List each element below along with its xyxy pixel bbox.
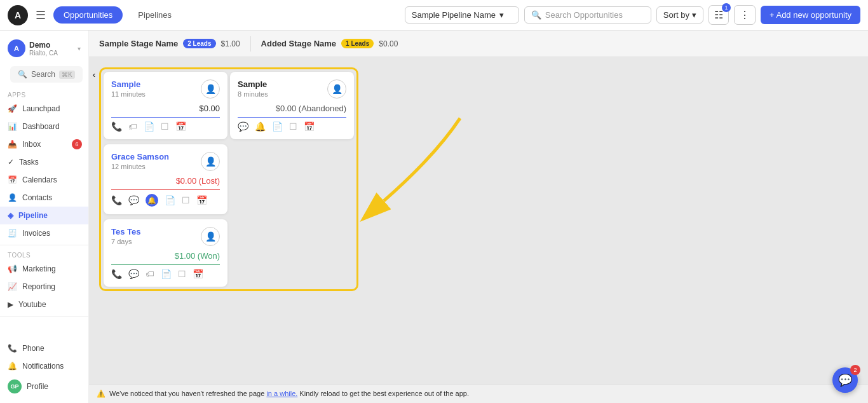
- sidebar-item-label: Tasks: [19, 158, 39, 167]
- content-area: Sample Stage Name 2 Leads $1.00 Added St…: [89, 31, 868, 403]
- card-divider: [111, 189, 220, 190]
- card-divider: [111, 117, 220, 118]
- card-time: 7 days: [111, 238, 140, 245]
- sidebar: A Demo Rialto, CA ▾ 🔍 Search ⌘K ‹ Apps 🚀…: [0, 31, 89, 403]
- chat-action-icon[interactable]: 💬: [128, 269, 139, 279]
- sidebar-divider: [0, 245, 88, 245]
- tab-pipelines[interactable]: Pipelines: [128, 6, 182, 24]
- launchpad-icon: 🚀: [8, 104, 17, 113]
- chevron-down-icon: ▾: [499, 10, 504, 20]
- sort-button[interactable]: Sort by ▾: [656, 6, 703, 24]
- sidebar-item-profile[interactable]: GP Profile: [0, 375, 88, 398]
- sidebar-company[interactable]: A Demo Rialto, CA ▾: [0, 36, 88, 61]
- sidebar-item-label: Contacts: [22, 193, 52, 202]
- sidebar-item-label: Dashboard: [22, 122, 60, 131]
- card-amount: $1.00 (Won): [111, 251, 220, 261]
- chat-widget-button[interactable]: 💬 2: [832, 367, 858, 393]
- file-action-icon[interactable]: 📄: [272, 121, 283, 132]
- sidebar-item-tasks[interactable]: ✓ Tasks: [0, 153, 88, 171]
- sidebar-item-calendars[interactable]: 📅 Calendars: [0, 171, 88, 189]
- calendar-action-icon[interactable]: 📅: [304, 121, 315, 132]
- search-icon: 🔍: [18, 70, 27, 79]
- calendar-action-icon[interactable]: 📅: [196, 195, 207, 205]
- card-user-icon[interactable]: 👤: [201, 227, 220, 246]
- phone-action-icon[interactable]: 📞: [111, 269, 122, 279]
- card-time: 11 minutes: [111, 90, 146, 98]
- invoices-icon: 🧾: [8, 229, 17, 238]
- marketing-icon: 📢: [8, 264, 17, 273]
- card-header: Grace Samson 12 minutes 👤: [111, 152, 220, 171]
- kanban-area: Sample 11 minutes 👤 $0.00 📞 🏷 📄 ☐: [89, 57, 868, 403]
- sidebar-item-inbox[interactable]: 📥 Inbox 6: [0, 135, 88, 153]
- card-name[interactable]: Grace Samson: [111, 152, 169, 161]
- sidebar-item-youtube[interactable]: ▶ Youtube: [0, 296, 88, 313]
- sidebar-item-phone[interactable]: 📞 Phone: [0, 339, 88, 357]
- calendar-action-icon[interactable]: 📅: [193, 269, 203, 279]
- search-icon: 🔍: [531, 10, 541, 20]
- profile-avatar: GP: [8, 379, 22, 393]
- hamburger-button[interactable]: ☰: [33, 6, 48, 25]
- file-action-icon[interactable]: 📄: [165, 195, 175, 205]
- stage-2-badge: 1 Leads: [341, 39, 374, 48]
- sidebar-item-reporting[interactable]: 📈 Reporting: [0, 278, 88, 296]
- file-action-icon[interactable]: 📄: [161, 269, 172, 279]
- check-action-icon[interactable]: ☐: [178, 269, 186, 279]
- card-amount: $0.00: [111, 104, 220, 113]
- user-avatar[interactable]: A: [8, 5, 28, 25]
- calendar-action-icon[interactable]: 📅: [175, 121, 186, 132]
- card-name[interactable]: Sample: [111, 79, 146, 89]
- chat-action-icon[interactable]: 💬: [238, 121, 248, 132]
- card-time: 12 minutes: [111, 163, 169, 170]
- company-location: Rialto, CA: [29, 50, 58, 57]
- card-actions: 📞 💬 🏷 📄 ☐ 📅: [111, 269, 220, 279]
- search-label: Search: [31, 70, 55, 79]
- sidebar-item-notifications[interactable]: 🔔 Notifications: [0, 357, 88, 375]
- sidebar-item-label: Phone: [22, 344, 44, 353]
- sidebar-item-label: Launchpad: [22, 104, 60, 113]
- notifications-icon: 🔔: [8, 362, 17, 371]
- notification-action-icon[interactable]: 🔔: [146, 194, 158, 207]
- more-options-button[interactable]: ⋮: [734, 5, 756, 25]
- notification-link[interactable]: in a while.: [266, 390, 297, 397]
- check-action-icon[interactable]: ☐: [289, 121, 297, 132]
- chat-action-icon[interactable]: 💬: [128, 195, 139, 205]
- sidebar-search[interactable]: 🔍 Search ⌘K: [10, 66, 83, 83]
- filter-badge: 1: [722, 3, 731, 12]
- sidebar-item-label: Pipeline: [18, 211, 48, 220]
- sidebar-item-dashboard[interactable]: 📊 Dashboard: [0, 118, 88, 135]
- pipeline-selector[interactable]: Sample Pipeline Name ▾: [405, 6, 519, 24]
- check-action-icon[interactable]: ☐: [182, 195, 190, 205]
- sidebar-item-launchpad[interactable]: 🚀 Launchpad: [0, 100, 88, 118]
- phone-action-icon[interactable]: 📞: [111, 195, 122, 205]
- calendars-icon: 📅: [8, 175, 17, 184]
- contacts-icon: 👤: [8, 193, 17, 202]
- file-action-icon[interactable]: 📄: [144, 121, 154, 132]
- add-opportunity-button[interactable]: + Add new opportunity: [761, 6, 860, 24]
- card-user-icon[interactable]: 👤: [201, 79, 220, 99]
- stage-1-badge: 2 Leads: [183, 39, 215, 48]
- check-action-icon[interactable]: ☐: [161, 121, 169, 132]
- tag-action-icon[interactable]: 🏷: [146, 269, 154, 279]
- sidebar-item-label: Calendars: [22, 175, 57, 184]
- highlight-box: Sample 11 minutes 👤 $0.00 📞 🏷 📄 ☐: [99, 67, 358, 291]
- sidebar-item-label: Notifications: [22, 362, 64, 371]
- card-user-icon[interactable]: 👤: [201, 152, 220, 171]
- card-user-icon[interactable]: 👤: [327, 79, 346, 99]
- sidebar-item-label: Reporting: [22, 282, 55, 291]
- tag-action-icon[interactable]: 🏷: [128, 121, 137, 132]
- search-box[interactable]: 🔍 Search Opportunities: [524, 6, 651, 24]
- phone-action-icon[interactable]: 📞: [111, 121, 122, 132]
- filter-button[interactable]: ☷ 1: [709, 5, 729, 25]
- card-name[interactable]: Sample: [238, 79, 268, 89]
- card-name[interactable]: Tes Tes: [111, 227, 140, 236]
- sidebar-item-invoices[interactable]: 🧾 Invoices: [0, 224, 88, 242]
- notification-action-icon[interactable]: 🔔: [255, 121, 266, 132]
- tab-opportunities[interactable]: Opportunities: [53, 6, 123, 24]
- sidebar-item-contacts[interactable]: 👤 Contacts: [0, 189, 88, 207]
- company-avatar: A: [8, 39, 25, 57]
- stage-1-amount: $1.00: [221, 39, 240, 48]
- sidebar-item-pipeline[interactable]: ◈ Pipeline: [0, 207, 88, 224]
- sidebar-divider-2: [0, 316, 88, 317]
- sidebar-item-marketing[interactable]: 📢 Marketing: [0, 260, 88, 278]
- chevron-down-icon: ▾: [692, 10, 696, 20]
